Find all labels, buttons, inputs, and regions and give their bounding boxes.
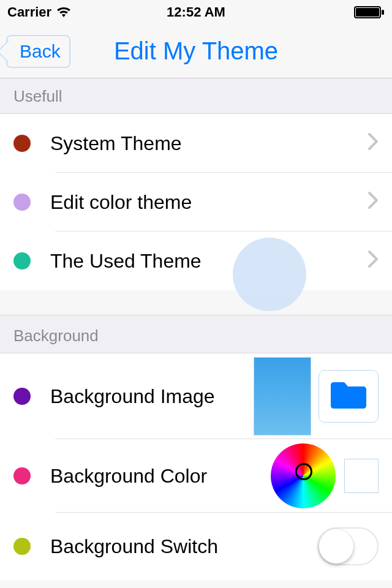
row-used-theme[interactable]: The Used Theme: [0, 232, 392, 290]
row-system-theme[interactable]: System Theme: [0, 114, 392, 173]
row-label: Background Switch: [50, 535, 317, 558]
row-label: Background Image: [50, 385, 254, 408]
chevron-right-icon: [368, 248, 379, 274]
nav-bar: Back Edit My Theme: [0, 24, 392, 78]
chevron-right-icon: [368, 130, 379, 156]
content: Usefull System Theme Edit color theme Th…: [0, 78, 392, 588]
back-button[interactable]: Back: [6, 35, 70, 68]
row-label: Edit color theme: [50, 191, 368, 214]
switch-knob: [319, 529, 353, 564]
svg-rect-2: [382, 10, 384, 15]
chevron-right-icon: [368, 189, 379, 215]
row-edit-color-theme[interactable]: Edit color theme: [0, 173, 392, 232]
carrier-label: Carrier: [7, 4, 51, 20]
dot-icon: [13, 194, 31, 211]
dot-icon: [13, 135, 31, 152]
row-background-switch: Background Switch: [0, 513, 392, 580]
dot-icon: [13, 538, 31, 555]
status-bar: Carrier 12:52 AM: [0, 0, 392, 24]
folder-icon: [328, 379, 369, 413]
background-image-thumbnail: [254, 357, 311, 435]
row-background-image[interactable]: Background Image: [0, 353, 392, 439]
page-title: Edit My Theme: [114, 37, 278, 65]
wifi-icon: [55, 6, 72, 18]
dot-icon: [13, 252, 31, 270]
section-header-usefull: Usefull: [0, 78, 392, 114]
background-switch-toggle[interactable]: [317, 527, 379, 565]
battery-icon: [354, 6, 385, 18]
color-wheel-icon[interactable]: [271, 443, 336, 508]
row-background-color[interactable]: Background Color: [0, 439, 392, 513]
svg-rect-1: [356, 8, 379, 17]
row-label: The Used Theme: [50, 250, 368, 273]
folder-button[interactable]: [318, 370, 379, 423]
section-header-background: Background: [0, 315, 392, 353]
row-label: Background Color: [50, 465, 271, 488]
dot-icon: [13, 388, 31, 405]
dot-icon: [13, 467, 31, 484]
row-label: System Theme: [50, 132, 368, 155]
color-swatch[interactable]: [344, 459, 379, 493]
back-label: Back: [20, 41, 61, 62]
status-time: 12:52 AM: [167, 4, 225, 20]
